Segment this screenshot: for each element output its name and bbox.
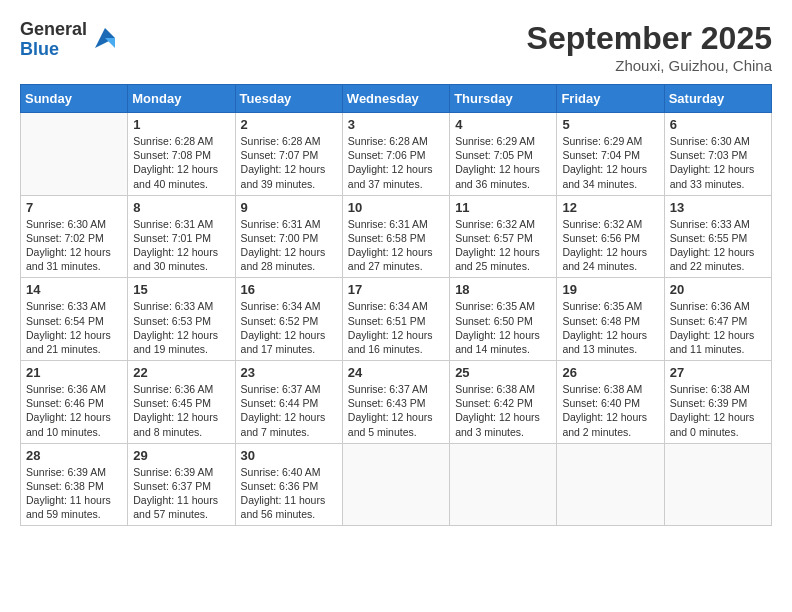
column-header-thursday: Thursday — [450, 85, 557, 113]
calendar-cell: 15Sunrise: 6:33 AMSunset: 6:53 PMDayligh… — [128, 278, 235, 361]
calendar-cell: 21Sunrise: 6:36 AMSunset: 6:46 PMDayligh… — [21, 361, 128, 444]
day-number: 17 — [348, 282, 444, 297]
day-number: 23 — [241, 365, 337, 380]
day-info: Sunrise: 6:33 AMSunset: 6:54 PMDaylight:… — [26, 299, 122, 356]
calendar-cell: 29Sunrise: 6:39 AMSunset: 6:37 PMDayligh… — [128, 443, 235, 526]
day-number: 19 — [562, 282, 658, 297]
day-number: 16 — [241, 282, 337, 297]
day-number: 21 — [26, 365, 122, 380]
day-info: Sunrise: 6:37 AMSunset: 6:44 PMDaylight:… — [241, 382, 337, 439]
day-info: Sunrise: 6:35 AMSunset: 6:48 PMDaylight:… — [562, 299, 658, 356]
calendar-cell: 4Sunrise: 6:29 AMSunset: 7:05 PMDaylight… — [450, 113, 557, 196]
day-number: 29 — [133, 448, 229, 463]
day-info: Sunrise: 6:36 AMSunset: 6:46 PMDaylight:… — [26, 382, 122, 439]
calendar-week-2: 7Sunrise: 6:30 AMSunset: 7:02 PMDaylight… — [21, 195, 772, 278]
calendar-cell: 27Sunrise: 6:38 AMSunset: 6:39 PMDayligh… — [664, 361, 771, 444]
calendar-cell: 9Sunrise: 6:31 AMSunset: 7:00 PMDaylight… — [235, 195, 342, 278]
calendar-cell: 30Sunrise: 6:40 AMSunset: 6:36 PMDayligh… — [235, 443, 342, 526]
calendar-cell: 23Sunrise: 6:37 AMSunset: 6:44 PMDayligh… — [235, 361, 342, 444]
day-number: 9 — [241, 200, 337, 215]
day-number: 24 — [348, 365, 444, 380]
calendar-cell: 11Sunrise: 6:32 AMSunset: 6:57 PMDayligh… — [450, 195, 557, 278]
calendar-cell — [557, 443, 664, 526]
day-number: 12 — [562, 200, 658, 215]
calendar-cell: 24Sunrise: 6:37 AMSunset: 6:43 PMDayligh… — [342, 361, 449, 444]
day-info: Sunrise: 6:35 AMSunset: 6:50 PMDaylight:… — [455, 299, 551, 356]
column-header-monday: Monday — [128, 85, 235, 113]
day-number: 7 — [26, 200, 122, 215]
day-info: Sunrise: 6:38 AMSunset: 6:42 PMDaylight:… — [455, 382, 551, 439]
logo-blue: Blue — [20, 40, 87, 60]
day-info: Sunrise: 6:38 AMSunset: 6:40 PMDaylight:… — [562, 382, 658, 439]
day-info: Sunrise: 6:36 AMSunset: 6:45 PMDaylight:… — [133, 382, 229, 439]
calendar-cell: 3Sunrise: 6:28 AMSunset: 7:06 PMDaylight… — [342, 113, 449, 196]
calendar-cell — [450, 443, 557, 526]
calendar-cell: 28Sunrise: 6:39 AMSunset: 6:38 PMDayligh… — [21, 443, 128, 526]
day-number: 5 — [562, 117, 658, 132]
day-info: Sunrise: 6:40 AMSunset: 6:36 PMDaylight:… — [241, 465, 337, 522]
day-number: 25 — [455, 365, 551, 380]
day-number: 6 — [670, 117, 766, 132]
column-header-saturday: Saturday — [664, 85, 771, 113]
day-info: Sunrise: 6:30 AMSunset: 7:02 PMDaylight:… — [26, 217, 122, 274]
calendar-cell: 19Sunrise: 6:35 AMSunset: 6:48 PMDayligh… — [557, 278, 664, 361]
day-info: Sunrise: 6:28 AMSunset: 7:07 PMDaylight:… — [241, 134, 337, 191]
day-info: Sunrise: 6:31 AMSunset: 6:58 PMDaylight:… — [348, 217, 444, 274]
day-info: Sunrise: 6:32 AMSunset: 6:57 PMDaylight:… — [455, 217, 551, 274]
day-info: Sunrise: 6:31 AMSunset: 7:01 PMDaylight:… — [133, 217, 229, 274]
month-title: September 2025 — [527, 20, 772, 57]
calendar-cell: 22Sunrise: 6:36 AMSunset: 6:45 PMDayligh… — [128, 361, 235, 444]
day-number: 3 — [348, 117, 444, 132]
day-number: 28 — [26, 448, 122, 463]
calendar-cell: 18Sunrise: 6:35 AMSunset: 6:50 PMDayligh… — [450, 278, 557, 361]
day-number: 8 — [133, 200, 229, 215]
day-info: Sunrise: 6:39 AMSunset: 6:38 PMDaylight:… — [26, 465, 122, 522]
logo-icon — [91, 24, 119, 52]
calendar-week-4: 21Sunrise: 6:36 AMSunset: 6:46 PMDayligh… — [21, 361, 772, 444]
day-number: 2 — [241, 117, 337, 132]
calendar-cell: 14Sunrise: 6:33 AMSunset: 6:54 PMDayligh… — [21, 278, 128, 361]
day-number: 4 — [455, 117, 551, 132]
logo-general: General — [20, 20, 87, 40]
calendar-week-1: 1Sunrise: 6:28 AMSunset: 7:08 PMDaylight… — [21, 113, 772, 196]
day-number: 27 — [670, 365, 766, 380]
calendar-week-3: 14Sunrise: 6:33 AMSunset: 6:54 PMDayligh… — [21, 278, 772, 361]
day-info: Sunrise: 6:33 AMSunset: 6:55 PMDaylight:… — [670, 217, 766, 274]
logo-text: General Blue — [20, 20, 87, 60]
calendar-cell: 26Sunrise: 6:38 AMSunset: 6:40 PMDayligh… — [557, 361, 664, 444]
calendar-table: SundayMondayTuesdayWednesdayThursdayFrid… — [20, 84, 772, 526]
calendar-cell: 6Sunrise: 6:30 AMSunset: 7:03 PMDaylight… — [664, 113, 771, 196]
day-info: Sunrise: 6:34 AMSunset: 6:51 PMDaylight:… — [348, 299, 444, 356]
day-number: 15 — [133, 282, 229, 297]
calendar-cell — [342, 443, 449, 526]
column-header-wednesday: Wednesday — [342, 85, 449, 113]
calendar-week-5: 28Sunrise: 6:39 AMSunset: 6:38 PMDayligh… — [21, 443, 772, 526]
calendar-cell: 8Sunrise: 6:31 AMSunset: 7:01 PMDaylight… — [128, 195, 235, 278]
calendar-cell — [21, 113, 128, 196]
day-number: 26 — [562, 365, 658, 380]
column-header-sunday: Sunday — [21, 85, 128, 113]
day-number: 1 — [133, 117, 229, 132]
day-info: Sunrise: 6:33 AMSunset: 6:53 PMDaylight:… — [133, 299, 229, 356]
calendar-cell: 25Sunrise: 6:38 AMSunset: 6:42 PMDayligh… — [450, 361, 557, 444]
day-info: Sunrise: 6:30 AMSunset: 7:03 PMDaylight:… — [670, 134, 766, 191]
calendar-cell — [664, 443, 771, 526]
day-info: Sunrise: 6:31 AMSunset: 7:00 PMDaylight:… — [241, 217, 337, 274]
day-number: 14 — [26, 282, 122, 297]
day-info: Sunrise: 6:37 AMSunset: 6:43 PMDaylight:… — [348, 382, 444, 439]
calendar-cell: 16Sunrise: 6:34 AMSunset: 6:52 PMDayligh… — [235, 278, 342, 361]
day-info: Sunrise: 6:28 AMSunset: 7:06 PMDaylight:… — [348, 134, 444, 191]
location: Zhouxi, Guizhou, China — [527, 57, 772, 74]
calendar-cell: 2Sunrise: 6:28 AMSunset: 7:07 PMDaylight… — [235, 113, 342, 196]
calendar-header-row: SundayMondayTuesdayWednesdayThursdayFrid… — [21, 85, 772, 113]
day-info: Sunrise: 6:28 AMSunset: 7:08 PMDaylight:… — [133, 134, 229, 191]
calendar-cell: 7Sunrise: 6:30 AMSunset: 7:02 PMDaylight… — [21, 195, 128, 278]
column-header-friday: Friday — [557, 85, 664, 113]
day-number: 11 — [455, 200, 551, 215]
logo: General Blue — [20, 20, 119, 60]
calendar-cell: 20Sunrise: 6:36 AMSunset: 6:47 PMDayligh… — [664, 278, 771, 361]
title-block: September 2025 Zhouxi, Guizhou, China — [527, 20, 772, 74]
day-number: 10 — [348, 200, 444, 215]
calendar-cell: 17Sunrise: 6:34 AMSunset: 6:51 PMDayligh… — [342, 278, 449, 361]
calendar-cell: 1Sunrise: 6:28 AMSunset: 7:08 PMDaylight… — [128, 113, 235, 196]
